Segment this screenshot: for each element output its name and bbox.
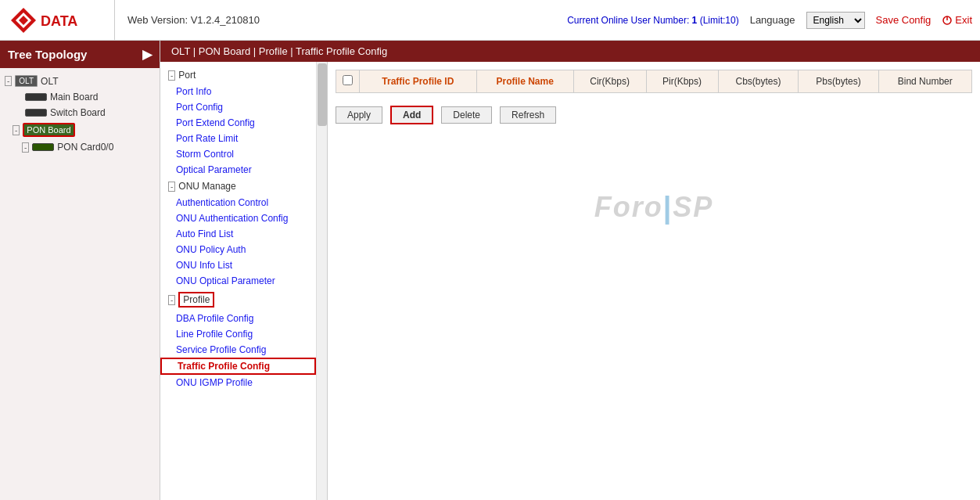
power-icon xyxy=(942,15,953,26)
nav-item-onu-info-list[interactable]: ONU Info List xyxy=(160,257,316,273)
left-nav: - Port Port Info Port Config Port Extend… xyxy=(160,62,317,500)
breadcrumb-olt[interactable]: OLT xyxy=(171,45,190,57)
sidebar-item-pon-board[interactable]: - PON Board xyxy=(0,121,160,139)
header-right: Current Online User Number: 1 (Limit:10)… xyxy=(567,12,972,29)
nav-item-dba-profile-config[interactable]: DBA Profile Config xyxy=(160,311,316,326)
collapse-onu-manage[interactable]: - xyxy=(168,182,175,192)
olt-tag: OLT xyxy=(15,75,38,87)
nav-item-port-config[interactable]: Port Config xyxy=(160,99,316,115)
nav-item-port-info[interactable]: Port Info xyxy=(160,84,316,99)
select-all-th xyxy=(336,70,360,93)
pon-board-tag: PON Board xyxy=(23,123,74,137)
breadcrumb-pon-board[interactable]: PON Board xyxy=(199,45,250,57)
nav-item-service-profile-config[interactable]: Service Profile Config xyxy=(160,342,316,358)
save-config-button[interactable]: Save Config xyxy=(876,14,932,26)
left-nav-scrollbar[interactable] xyxy=(317,62,328,500)
sidebar: Tree Topology ▶ - OLT OLT Main Board Swi… xyxy=(0,41,160,500)
svg-text:DATA: DATA xyxy=(41,13,77,29)
nav-item-auth-control[interactable]: Authentication Control xyxy=(160,195,316,210)
language-select[interactable]: English Chinese xyxy=(806,12,865,29)
nav-item-port-rate-limit[interactable]: Port Rate Limit xyxy=(160,131,316,146)
sidebar-item-pon-card[interactable]: - PON Card0/0 xyxy=(0,139,160,155)
nav-item-traffic-profile-config[interactable]: Traffic Profile Config xyxy=(160,358,316,375)
th-cir: Cir(Kbps) xyxy=(573,70,646,93)
language-label: Language xyxy=(750,14,795,26)
nav-item-port-extend-config[interactable]: Port Extend Config xyxy=(160,115,316,131)
main-layout: Tree Topology ▶ - OLT OLT Main Board Swi… xyxy=(0,41,980,500)
sidebar-title: Tree Topology ▶ xyxy=(0,41,160,68)
exit-button[interactable]: Exit xyxy=(942,14,972,26)
collapse-profile[interactable]: - xyxy=(168,295,175,305)
nav-item-onu-auth-config[interactable]: ONU Authentication Config xyxy=(160,210,316,226)
logo: DATA xyxy=(8,5,102,36)
nav-item-onu-igmp-profile[interactable]: ONU IGMP Profile xyxy=(160,375,316,390)
th-bind-number: Bind Number xyxy=(878,70,972,93)
pon-card-icon xyxy=(32,143,54,151)
main-area: Traffic Profile ID Profile Name Cir(Kbps… xyxy=(328,62,980,500)
logo-area: DATA xyxy=(8,0,115,40)
select-all-checkbox[interactable] xyxy=(343,75,353,85)
header-version: Web Version: V1.2.4_210810 xyxy=(127,14,567,26)
delete-button[interactable]: Delete xyxy=(441,106,492,124)
nav-item-optical-parameter[interactable]: Optical Parameter xyxy=(160,162,316,178)
action-buttons: Apply Add Delete Refresh xyxy=(336,101,972,129)
content-body: - Port Port Info Port Config Port Extend… xyxy=(160,62,980,500)
profile-section-box: Profile xyxy=(178,292,214,308)
th-pir: Pir(Kbps) xyxy=(646,70,718,93)
nav-section-onu-manage[interactable]: - ONU Manage xyxy=(160,178,316,195)
collapse-pon-board[interactable]: - xyxy=(13,125,20,135)
watermark: Foro | SP xyxy=(336,129,972,286)
sidebar-tree: - OLT OLT Main Board Switch Board - PON … xyxy=(0,68,160,500)
sidebar-item-olt[interactable]: - OLT OLT xyxy=(0,73,160,89)
nav-section-port[interactable]: - Port xyxy=(160,67,316,84)
scrollbar-thumb[interactable] xyxy=(318,63,327,126)
th-cbs: Cbs(bytes) xyxy=(718,70,799,93)
header: DATA Web Version: V1.2.4_210810 Current … xyxy=(0,0,980,41)
nav-item-storm-control[interactable]: Storm Control xyxy=(160,146,316,162)
breadcrumb: OLT | PON Board | Profile | Traffic Prof… xyxy=(160,41,980,62)
nav-item-auto-find-list[interactable]: Auto Find List xyxy=(160,226,316,242)
nav-section-profile[interactable]: - Profile xyxy=(160,289,316,311)
sidebar-item-switch-board[interactable]: Switch Board xyxy=(0,105,160,121)
sidebar-toggle[interactable]: ▶ xyxy=(142,47,152,62)
sidebar-item-main-board[interactable]: Main Board xyxy=(0,89,160,105)
apply-button[interactable]: Apply xyxy=(336,106,382,124)
breadcrumb-traffic-profile-config: Traffic Profile Config xyxy=(296,45,387,57)
main-board-icon xyxy=(25,93,47,101)
th-profile-name: Profile Name xyxy=(476,70,573,93)
refresh-button[interactable]: Refresh xyxy=(500,106,556,124)
pipe-icon: | xyxy=(663,191,673,225)
nav-item-onu-policy-auth[interactable]: ONU Policy Auth xyxy=(160,242,316,257)
online-status: Current Online User Number: 1 (Limit:10) xyxy=(567,15,738,26)
content: OLT | PON Board | Profile | Traffic Prof… xyxy=(160,41,980,500)
collapse-olt[interactable]: - xyxy=(5,76,12,86)
nav-item-line-profile-config[interactable]: Line Profile Config xyxy=(160,326,316,342)
breadcrumb-profile[interactable]: Profile xyxy=(259,45,288,57)
switch-board-icon xyxy=(25,109,47,117)
collapse-port[interactable]: - xyxy=(168,70,175,81)
th-traffic-profile-id: Traffic Profile ID xyxy=(360,70,477,93)
nav-item-onu-optical-param[interactable]: ONU Optical Parameter xyxy=(160,273,316,289)
profile-table: Traffic Profile ID Profile Name Cir(Kbps… xyxy=(336,70,972,93)
th-pbs: Pbs(bytes) xyxy=(799,70,878,93)
add-button[interactable]: Add xyxy=(390,106,433,124)
collapse-pon-card[interactable]: - xyxy=(22,142,29,153)
